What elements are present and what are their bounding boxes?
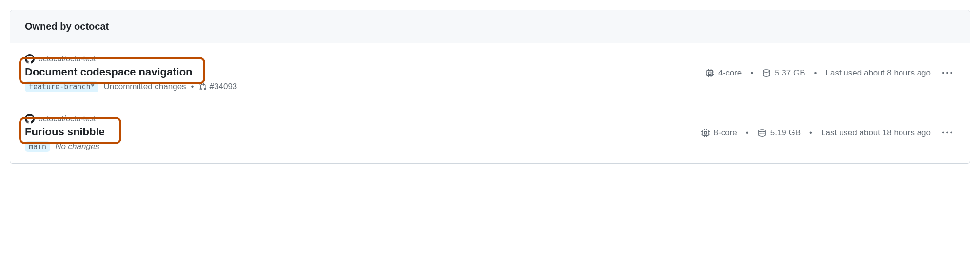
cpu-value: 8-core [714,128,737,138]
detail-line: main No changes [25,141,105,152]
detail-line: feature-branch* Uncommitted changes • #3… [25,81,237,92]
repo-line: octocat/octo-test [25,114,105,124]
panel-title: Owned by octocat [25,21,955,32]
database-icon [758,129,766,137]
storage-value: 5.19 GB [770,128,801,138]
pull-request-link[interactable]: #34093 [199,82,237,92]
codespace-title[interactable]: Furious snibble [25,126,105,138]
storage-stat: 5.37 GB [762,68,805,78]
storage-stat: 5.19 GB [758,128,801,138]
commit-status: Uncommitted changes [103,82,186,92]
separator-dot: • [750,68,753,78]
owner-avatar-icon [25,114,35,124]
kebab-menu-button[interactable] [940,65,955,81]
codespace-meta: 8-core • 5.19 GB • Last used about 18 ho… [701,125,955,141]
branch-chip[interactable]: feature-branch* [25,81,98,92]
codespace-row: octocat/octo-test Furious snibble main N… [10,103,970,163]
owner-avatar-icon [25,54,35,64]
repo-path[interactable]: octocat/octo-test [39,55,96,63]
last-used: Last used about 8 hours ago [826,68,931,78]
last-used: Last used about 18 hours ago [821,128,931,138]
separator-dot: • [809,128,812,138]
codespace-meta: 4-core • 5.37 GB • Last used about 8 hou… [706,65,955,81]
separator-dot: • [191,82,194,92]
branch-chip[interactable]: main [25,141,50,152]
codespaces-panel: Owned by octocat octocat/octo-test Docum… [10,10,970,164]
kebab-menu-button[interactable] [940,125,955,141]
cpu-icon [701,129,710,137]
codespace-info: octocat/octo-test Furious snibble main N… [25,114,105,152]
storage-value: 5.37 GB [775,68,805,78]
codespace-title[interactable]: Document codespace navigation [25,66,237,78]
repo-line: octocat/octo-test [25,54,237,64]
pull-request-number: #34093 [210,82,237,92]
database-icon [762,69,771,77]
separator-dot: • [746,128,749,138]
cpu-stat: 4-core [706,68,742,78]
cpu-stat: 8-core [701,128,737,138]
codespace-row: octocat/octo-test Document codespace nav… [10,43,970,103]
codespace-info: octocat/octo-test Document codespace nav… [25,54,237,92]
pull-request-icon [199,83,207,91]
cpu-icon [706,69,714,77]
separator-dot: • [814,68,817,78]
panel-header: Owned by octocat [10,10,970,43]
commit-status: No changes [55,142,99,151]
repo-path[interactable]: octocat/octo-test [39,114,96,123]
cpu-value: 4-core [718,68,742,78]
